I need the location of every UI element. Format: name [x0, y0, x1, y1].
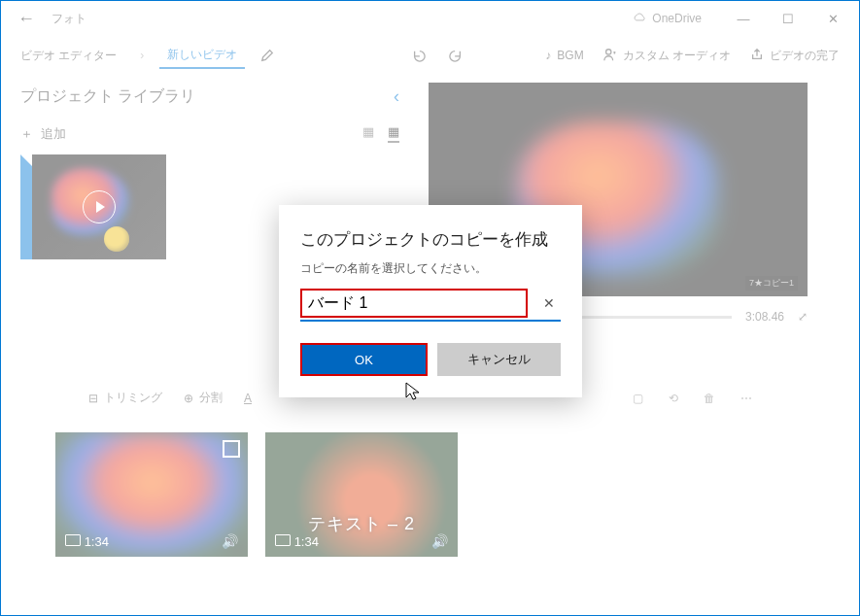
clear-input-button[interactable]: ✕: [537, 295, 561, 311]
project-name-input[interactable]: [300, 289, 528, 318]
ok-button[interactable]: OK: [300, 343, 428, 376]
dialog-title: このプロジェクトのコピーを作成: [300, 228, 561, 251]
dialog-message: コピーの名前を選択してください。: [300, 260, 561, 277]
cancel-button[interactable]: キャンセル: [437, 343, 561, 376]
copy-project-dialog: このプロジェクトのコピーを作成 コピーの名前を選択してください。 ✕ OK キャ…: [279, 205, 582, 397]
